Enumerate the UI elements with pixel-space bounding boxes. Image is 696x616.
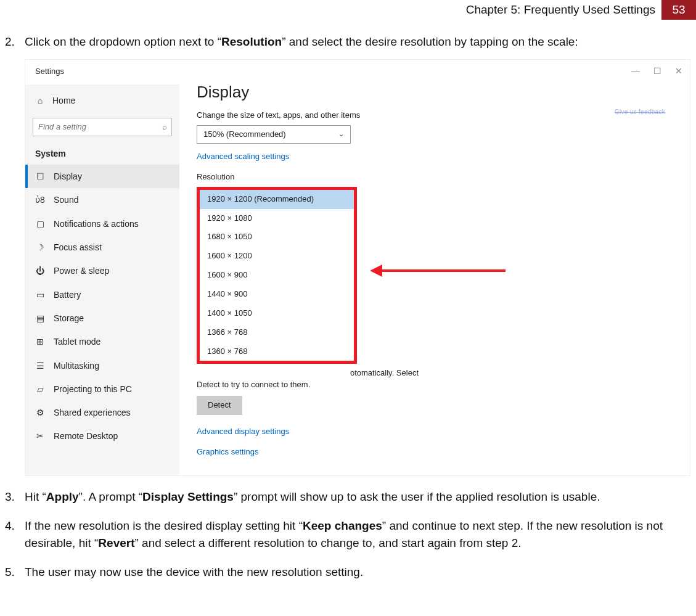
resolution-dropdown[interactable]: 1920 × 1200 (Recommended)1920 × 10801680… — [197, 187, 357, 364]
sidebar-icon: ⏻ — [35, 265, 45, 277]
step-number: 5. — [5, 564, 15, 581]
sidebar-item-power-sleep[interactable]: ⏻Power & sleep — [25, 259, 179, 282]
step-text: ”. A prompt “ — [79, 490, 142, 503]
resolution-option[interactable]: 1600 × 1200 — [200, 247, 354, 266]
sidebar-section: System — [25, 145, 179, 165]
sidebar-icon: ☐ — [35, 170, 45, 183]
minimize-icon[interactable]: — — [631, 65, 640, 77]
home-icon: ⌂ — [35, 94, 45, 107]
sidebar-icon: ⊞ — [35, 335, 45, 348]
arrow-head-icon — [370, 265, 382, 277]
sidebar-icon: ☽ — [35, 241, 45, 253]
partial-text: otomatically. Select — [197, 368, 419, 379]
sidebar-home[interactable]: ⌂ Home — [25, 89, 179, 112]
scale-dropdown[interactable]: 150% (Recommended) ⌄ — [197, 125, 351, 144]
search-wrap: ⌕ — [33, 118, 172, 136]
sidebar: ⌂ Home ⌕ System ☐Displayὐ8Sound▢Notifica… — [25, 84, 179, 475]
sidebar-item-label: Projecting to this PC — [54, 383, 132, 395]
step-number: 3. — [5, 488, 15, 506]
chevron-down-icon: ⌄ — [338, 129, 344, 139]
step-text: Hit “ — [25, 490, 46, 503]
sidebar-icon: ὐ8 — [35, 194, 45, 206]
sidebar-item-sound[interactable]: ὐ8Sound — [25, 188, 179, 211]
sidebar-item-label: Focus assist — [54, 241, 102, 253]
display-heading: Display — [197, 81, 684, 104]
resolution-option[interactable]: 1366 × 768 — [200, 323, 354, 342]
resolution-label: Resolution — [197, 171, 684, 183]
resolution-option[interactable]: 1400 × 1050 — [200, 304, 354, 323]
close-icon[interactable]: ✕ — [675, 65, 682, 77]
content-area: Display Change the size of text, apps, a… — [197, 78, 684, 475]
sidebar-icon: ✂ — [35, 430, 45, 442]
sidebar-item-label: Battery — [54, 289, 81, 301]
sidebar-item-tablet-mode[interactable]: ⊞Tablet mode — [25, 330, 179, 353]
chapter-title: Chapter 5: Frequently Used Settings — [466, 0, 661, 20]
resolution-option[interactable]: 1920 × 1200 (Recommended) — [200, 190, 354, 209]
resolution-option[interactable]: 1360 × 768 — [200, 342, 354, 361]
sidebar-item-label: Remote Desktop — [54, 430, 118, 442]
window-controls: — ☐ ✕ — [631, 65, 682, 77]
resolution-option[interactable]: 1440 × 900 — [200, 285, 354, 304]
page-header: Chapter 5: Frequently Used Settings 53 — [0, 0, 696, 20]
step-text: Click on the dropdown option next to “ — [25, 35, 221, 48]
advanced-scaling-link[interactable]: Advanced scaling settings — [197, 151, 684, 163]
sidebar-item-label: Storage — [54, 312, 84, 324]
sidebar-item-projecting-to-this-pc[interactable]: ▱Projecting to this PC — [25, 377, 179, 401]
window-title: Settings — [35, 66, 64, 78]
sidebar-icon: ⚙ — [35, 406, 45, 419]
step-text: ” and select the desire resolution by ta… — [282, 35, 578, 48]
page-number: 53 — [661, 0, 696, 20]
step-3: 3. Hit “Apply”. A prompt “Display Settin… — [2, 488, 681, 506]
sidebar-item-label: Multitasking — [54, 359, 99, 372]
resolution-option[interactable]: 1920 × 1080 — [200, 209, 354, 228]
sidebar-item-multitasking[interactable]: ☰Multitasking — [25, 354, 179, 377]
step-4: 4. If the new resolution is the desired … — [2, 517, 681, 551]
sidebar-item-label: Shared experiences — [54, 406, 131, 419]
arrow-line — [382, 269, 506, 272]
sidebar-item-label: Power & sleep — [54, 265, 109, 277]
settings-window: Settings — ☐ ✕ Give us feedback ⌂ Home ⌕ — [25, 59, 690, 476]
step-bold: Display Settings — [142, 490, 234, 503]
graphics-settings-link[interactable]: Graphics settings — [197, 446, 684, 458]
detect-button[interactable]: Detect — [197, 396, 242, 415]
sidebar-item-storage[interactable]: ▤Storage — [25, 306, 179, 330]
sidebar-icon: ☰ — [35, 359, 45, 372]
sidebar-item-label: Notifications & actions — [54, 218, 139, 230]
step-number: 4. — [5, 517, 15, 535]
scale-value: 150% (Recommended) — [203, 129, 286, 141]
home-label: Home — [52, 94, 75, 107]
step-text: ” and select a different resolution to c… — [135, 536, 522, 549]
step-5: 5. The user may now use the device with … — [2, 564, 681, 581]
sidebar-icon: ▤ — [35, 312, 45, 324]
search-input[interactable] — [33, 118, 172, 136]
maximize-icon[interactable]: ☐ — [653, 65, 661, 77]
sidebar-item-label: Tablet mode — [54, 335, 100, 348]
search-icon: ⌕ — [162, 121, 167, 133]
step-bold: Apply — [46, 490, 79, 503]
sidebar-item-focus-assist[interactable]: ☽Focus assist — [25, 236, 179, 259]
resolution-option[interactable]: 1600 × 900 — [200, 266, 354, 285]
resolution-option[interactable]: 1680 × 1050 — [200, 228, 354, 247]
screenshot-figure: Settings — ☐ ✕ Give us feedback ⌂ Home ⌕ — [25, 59, 690, 476]
sidebar-icon: ▢ — [35, 218, 45, 230]
sidebar-item-label: Sound — [54, 194, 78, 206]
sidebar-item-battery[interactable]: ▭Battery — [25, 283, 179, 306]
step-number: 2. — [5, 33, 15, 51]
step-bold: Keep changes — [303, 519, 382, 532]
advanced-display-link[interactable]: Advanced display settings — [197, 426, 684, 438]
step-bold: Resolution — [221, 35, 282, 48]
sidebar-item-notifications-actions[interactable]: ▢Notifications & actions — [25, 212, 179, 236]
sidebar-item-label: Display — [54, 170, 82, 183]
step-bold: Revert — [98, 536, 134, 549]
sidebar-item-remote-desktop[interactable]: ✂Remote Desktop — [25, 424, 179, 448]
step-2: 2. Click on the dropdown option next to … — [2, 33, 681, 476]
detect-text: Detect to try to connect to them. — [197, 379, 480, 391]
step-text: The user may now use the device with the… — [25, 565, 363, 578]
sidebar-item-display[interactable]: ☐Display — [25, 165, 179, 188]
sidebar-icon: ▭ — [35, 289, 45, 301]
sidebar-item-shared-experiences[interactable]: ⚙Shared experiences — [25, 401, 179, 424]
sidebar-icon: ▱ — [35, 383, 45, 395]
step-text: ” prompt will show up to ask the user if… — [234, 490, 600, 503]
step-text: If the new resolution is the desired dis… — [25, 519, 303, 532]
scale-label: Change the size of text, apps, and other… — [197, 110, 684, 121]
